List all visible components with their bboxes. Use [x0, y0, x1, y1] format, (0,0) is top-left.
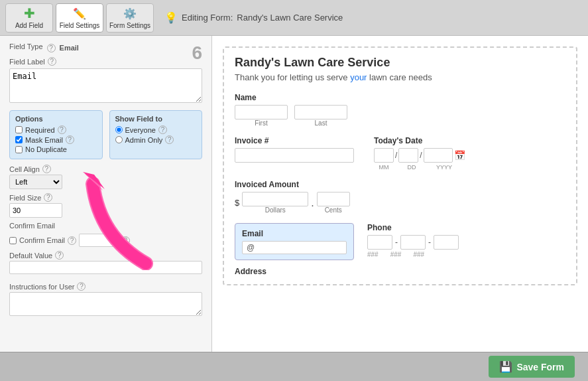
confirm-inline-help[interactable]: ?: [121, 236, 130, 245]
instructions-label-row: Instructions for User ?: [9, 282, 202, 291]
confirm-email-row: Confirm Email: [9, 222, 202, 230]
form-subtitle: Thank you for letting us serve your lawn…: [235, 72, 565, 82]
dollar-row: $ Dollars . Cents: [235, 192, 565, 214]
mm-sublabel: MM: [374, 164, 394, 171]
field-type-help[interactable]: ?: [47, 44, 56, 52]
required-checkbox[interactable]: [15, 126, 23, 133]
admin-only-row: Admin Only ?: [115, 135, 197, 144]
email-inner-label: Email: [242, 229, 347, 238]
dollar-sign: $: [235, 198, 239, 208]
main-layout: 6 Field Type ? Email Field Label ? Email…: [0, 36, 588, 352]
last-name-group: Last: [294, 105, 347, 127]
form-settings-button[interactable]: ⚙️ Form Settings: [106, 3, 154, 33]
field-size-label-row: Field Size ?: [9, 193, 202, 202]
date-yyyy-input[interactable]: [424, 148, 453, 163]
name-row: First Last: [235, 105, 565, 127]
default-value-label-row: Default Value ?: [9, 251, 202, 260]
field-settings-button[interactable]: ✏️ Field Settings: [56, 3, 103, 33]
field-type-value: Email: [60, 44, 79, 52]
no-duplicate-row: No Duplicate: [15, 145, 97, 153]
phone-input-3[interactable]: [434, 235, 459, 250]
admin-only-radio[interactable]: [115, 136, 123, 143]
invoice-input[interactable]: [235, 148, 354, 163]
admin-only-help[interactable]: ?: [165, 135, 174, 144]
dd-sublabel: DD: [402, 164, 422, 171]
admin-only-label: Admin Only: [125, 136, 163, 144]
add-field-icon: ✚: [22, 6, 36, 21]
confirm-email-section-label: Confirm Email: [9, 222, 55, 230]
mask-email-help[interactable]: ?: [66, 135, 74, 144]
email-field-box: Email @: [235, 223, 354, 260]
date-mm-input[interactable]: [374, 148, 394, 163]
subtitle-highlight: your: [350, 72, 367, 82]
confirm-email-check-help[interactable]: ?: [68, 236, 76, 245]
field-size-help[interactable]: ?: [44, 193, 52, 202]
field-label-help[interactable]: ?: [48, 57, 56, 66]
field-number: 6: [192, 42, 202, 64]
options-box: Options Required ? Mask Email ? No Dupli…: [9, 110, 103, 159]
everyone-radio[interactable]: [115, 126, 123, 133]
field-size-label: Field Size: [9, 194, 41, 202]
cell-align-help[interactable]: ?: [42, 165, 51, 173]
instructions-label: Instructions for User: [9, 283, 74, 291]
date-slash2: /: [420, 151, 422, 160]
everyone-label: Everyone: [125, 126, 156, 134]
cell-align-select[interactable]: Left Center Right: [9, 175, 62, 189]
dollars-input[interactable]: [242, 192, 308, 206]
date-dd-input[interactable]: [398, 148, 418, 163]
confirm-email-check-label: Confirm Email: [19, 236, 65, 244]
dollars-group: Dollars: [242, 192, 308, 214]
save-form-button[interactable]: 💾 Save Form: [489, 356, 575, 378]
mask-email-row: Mask Email ?: [15, 135, 97, 144]
form-preview: Randy's Lawn Care Service Thank you for …: [223, 46, 577, 285]
instructions-textarea[interactable]: [9, 292, 202, 316]
toolbar: ✚ Add Field ✏️ Field Settings ⚙️ Form Se…: [0, 0, 588, 36]
svg-marker-2: [83, 172, 105, 189]
everyone-row: Everyone ?: [115, 125, 197, 134]
phone-hash-row: ### ### ###: [367, 251, 459, 258]
options-title: Options: [15, 115, 97, 123]
phone-hash2: ###: [390, 251, 402, 258]
name-field-group: Name First Last: [235, 93, 565, 127]
no-duplicate-checkbox[interactable]: [15, 146, 23, 153]
required-help[interactable]: ?: [58, 125, 66, 134]
phone-row: - -: [367, 235, 459, 250]
confirm-email-checkbox[interactable]: [9, 237, 17, 244]
options-showfield-row: Options Required ? Mask Email ? No Dupli…: [9, 110, 202, 159]
add-field-label: Add Field: [15, 22, 43, 29]
phone-dash1: -: [395, 238, 398, 247]
date-row: / / 📅: [374, 148, 465, 163]
dollars-sublabel: Dollars: [242, 206, 308, 214]
phone-input-1[interactable]: [367, 235, 392, 250]
invoice-group: Invoice #: [235, 136, 354, 171]
phone-hash1: ###: [367, 251, 379, 258]
left-panel: 6 Field Type ? Email Field Label ? Email…: [0, 36, 212, 352]
instructions-help[interactable]: ?: [77, 282, 86, 291]
mask-email-checkbox[interactable]: [15, 136, 23, 143]
field-type-label: Field Type: [9, 42, 43, 50]
right-panel: Randy's Lawn Care Service Thank you for …: [212, 36, 588, 352]
cents-group: Cents: [317, 192, 350, 214]
default-value-input[interactable]: [9, 261, 202, 274]
everyone-help[interactable]: ?: [158, 125, 167, 134]
invoiced-amount-group: Invoiced Amount $ Dollars . Cents: [235, 180, 565, 214]
cents-input[interactable]: [317, 192, 350, 206]
calendar-icon[interactable]: 📅: [454, 150, 465, 161]
default-value-help[interactable]: ?: [55, 251, 64, 260]
add-field-button[interactable]: ✚ Add Field: [5, 3, 53, 33]
last-name-input[interactable]: [294, 105, 347, 119]
field-label-input[interactable]: Email: [9, 68, 202, 103]
phone-input-2[interactable]: [400, 235, 426, 250]
cell-align-label-row: Cell Align ?: [9, 165, 202, 173]
email-phone-row: Email @ Phone - - ### ### ###: [235, 223, 565, 260]
field-type-row: Field Type ? Email: [9, 42, 202, 53]
editing-label: Editing Form:: [182, 13, 233, 23]
show-field-title: Show Field to: [115, 115, 197, 123]
date-sublabels: MM DD YYYY: [374, 164, 465, 171]
form-settings-icon: ⚙️: [123, 6, 137, 21]
yyyy-sublabel: YYYY: [430, 164, 459, 171]
first-name-input[interactable]: [235, 105, 288, 119]
field-size-input[interactable]: 30: [9, 203, 62, 218]
invoice-date-row: Invoice # Today's Date / / 📅 MM: [235, 136, 565, 180]
confirm-email-text-input[interactable]: [79, 234, 119, 247]
